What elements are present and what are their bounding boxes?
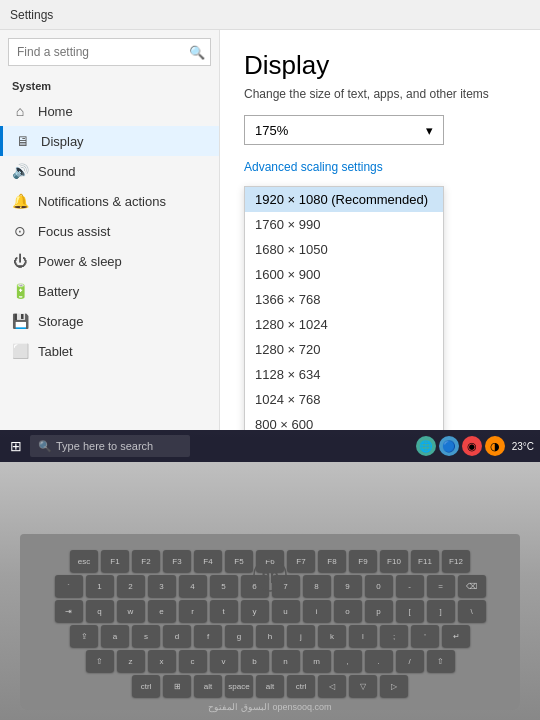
- key-x[interactable]: x: [148, 650, 176, 672]
- key-▽[interactable]: ▽: [349, 675, 377, 697]
- key-h[interactable]: h: [256, 625, 284, 647]
- key-l[interactable]: l: [349, 625, 377, 647]
- key-j[interactable]: j: [287, 625, 315, 647]
- key-/[interactable]: /: [396, 650, 424, 672]
- search-input[interactable]: [8, 38, 211, 66]
- key-F1[interactable]: F1: [101, 550, 129, 572]
- key-⊞[interactable]: ⊞: [163, 675, 191, 697]
- sidebar-item-power[interactable]: ⏻ Power & sleep: [0, 246, 219, 276]
- key-F3[interactable]: F3: [163, 550, 191, 572]
- resolution-item-3[interactable]: 1600 × 900: [245, 262, 443, 287]
- key-space[interactable]: space: [225, 675, 253, 697]
- key-F10[interactable]: F10: [380, 550, 408, 572]
- key-s[interactable]: s: [132, 625, 160, 647]
- key-9[interactable]: 9: [334, 575, 362, 597]
- key-ctrl[interactable]: ctrl: [287, 675, 315, 697]
- key-a[interactable]: a: [101, 625, 129, 647]
- key-⇧[interactable]: ⇧: [427, 650, 455, 672]
- key-\[interactable]: \: [458, 600, 486, 622]
- resolution-item-1[interactable]: 1760 × 990: [245, 212, 443, 237]
- resolution-item-7[interactable]: 1128 × 634: [245, 362, 443, 387]
- key-;[interactable]: ;: [380, 625, 408, 647]
- key-◁[interactable]: ◁: [318, 675, 346, 697]
- key-F7[interactable]: F7: [287, 550, 315, 572]
- key-[[interactable]: [: [396, 600, 424, 622]
- key-i[interactable]: i: [303, 600, 331, 622]
- key-⇪[interactable]: ⇪: [70, 625, 98, 647]
- key-=[interactable]: =: [427, 575, 455, 597]
- key-esc[interactable]: esc: [70, 550, 98, 572]
- key-F2[interactable]: F2: [132, 550, 160, 572]
- key-b[interactable]: b: [241, 650, 269, 672]
- sidebar-item-storage[interactable]: 💾 Storage: [0, 306, 219, 336]
- key-3[interactable]: 3: [148, 575, 176, 597]
- sidebar-item-home[interactable]: ⌂ Home: [0, 96, 219, 126]
- key-⇥[interactable]: ⇥: [55, 600, 83, 622]
- sidebar-label-home: Home: [38, 104, 73, 119]
- key-d[interactable]: d: [163, 625, 191, 647]
- key-r[interactable]: r: [179, 600, 207, 622]
- key-t[interactable]: t: [210, 600, 238, 622]
- key-2[interactable]: 2: [117, 575, 145, 597]
- resolution-item-8[interactable]: 1024 × 768: [245, 387, 443, 412]
- taskbar-icon-4: ◑: [485, 436, 505, 456]
- resolution-item-6[interactable]: 1280 × 720: [245, 337, 443, 362]
- key-alt[interactable]: alt: [256, 675, 284, 697]
- resolution-item-9[interactable]: 800 × 600: [245, 412, 443, 430]
- key-▷[interactable]: ▷: [380, 675, 408, 697]
- key-n[interactable]: n: [272, 650, 300, 672]
- key-k[interactable]: k: [318, 625, 346, 647]
- sidebar-item-focus[interactable]: ⊙ Focus assist: [0, 216, 219, 246]
- key-⇧[interactable]: ⇧: [86, 650, 114, 672]
- key-F12[interactable]: F12: [442, 550, 470, 572]
- sidebar-item-tablet[interactable]: ⬜ Tablet: [0, 336, 219, 366]
- taskbar-search[interactable]: 🔍 Type here to search: [30, 435, 190, 457]
- key-o[interactable]: o: [334, 600, 362, 622]
- sidebar-item-notifications[interactable]: 🔔 Notifications & actions: [0, 186, 219, 216]
- resolution-item-2[interactable]: 1680 × 1050: [245, 237, 443, 262]
- key-⌫[interactable]: ⌫: [458, 575, 486, 597]
- advanced-scaling-link[interactable]: Advanced scaling settings: [244, 160, 383, 174]
- key-g[interactable]: g: [225, 625, 253, 647]
- search-box[interactable]: 🔍: [8, 38, 211, 66]
- key-e[interactable]: e: [148, 600, 176, 622]
- key-][interactable]: ]: [427, 600, 455, 622]
- key-q[interactable]: q: [86, 600, 114, 622]
- key-m[interactable]: m: [303, 650, 331, 672]
- key-F8[interactable]: F8: [318, 550, 346, 572]
- key-alt[interactable]: alt: [194, 675, 222, 697]
- start-button[interactable]: ⊞: [6, 436, 26, 456]
- scale-dropdown[interactable]: 175% ▾: [244, 115, 444, 145]
- key-u[interactable]: u: [272, 600, 300, 622]
- resolution-item-5[interactable]: 1280 × 1024: [245, 312, 443, 337]
- key-f[interactable]: f: [194, 625, 222, 647]
- key-F11[interactable]: F11: [411, 550, 439, 572]
- key-.[interactable]: .: [365, 650, 393, 672]
- resolution-item-0[interactable]: 1920 × 1080 (Recommended): [245, 187, 443, 212]
- key--[interactable]: -: [396, 575, 424, 597]
- key-0[interactable]: 0: [365, 575, 393, 597]
- sidebar-item-sound[interactable]: 🔊 Sound: [0, 156, 219, 186]
- key-8[interactable]: 8: [303, 575, 331, 597]
- key-'[interactable]: ': [411, 625, 439, 647]
- key-y[interactable]: y: [241, 600, 269, 622]
- key-F4[interactable]: F4: [194, 550, 222, 572]
- key-w[interactable]: w: [117, 600, 145, 622]
- key-`[interactable]: `: [55, 575, 83, 597]
- sidebar-item-display[interactable]: 🖥 Display: [0, 126, 219, 156]
- key-z[interactable]: z: [117, 650, 145, 672]
- key-4[interactable]: 4: [179, 575, 207, 597]
- key-v[interactable]: v: [210, 650, 238, 672]
- key-c[interactable]: c: [179, 650, 207, 672]
- sidebar-item-battery[interactable]: 🔋 Battery: [0, 276, 219, 306]
- key-ctrl[interactable]: ctrl: [132, 675, 160, 697]
- resolution-item-4[interactable]: 1366 × 768: [245, 287, 443, 312]
- key-↵[interactable]: ↵: [442, 625, 470, 647]
- key-1[interactable]: 1: [86, 575, 114, 597]
- key-p[interactable]: p: [365, 600, 393, 622]
- key-F9[interactable]: F9: [349, 550, 377, 572]
- key-5[interactable]: 5: [210, 575, 238, 597]
- scale-dropdown-button[interactable]: 175% ▾: [244, 115, 444, 145]
- key-F5[interactable]: F5: [225, 550, 253, 572]
- key-,[interactable]: ,: [334, 650, 362, 672]
